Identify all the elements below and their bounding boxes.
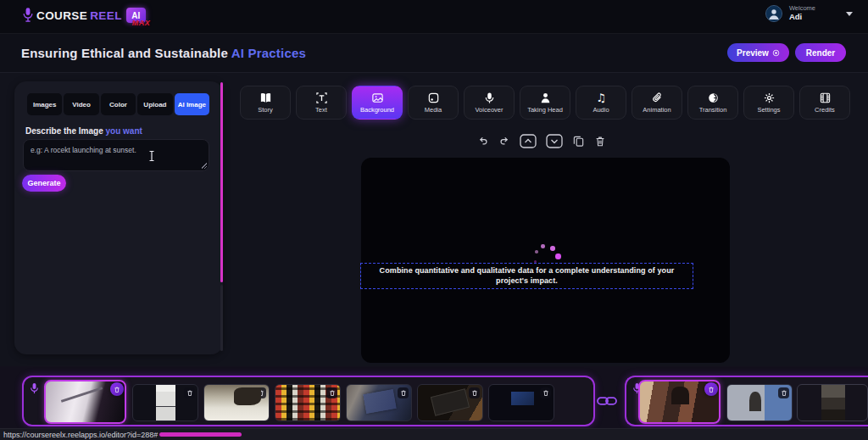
username-label: Adi	[789, 13, 815, 22]
timeline-group-1	[22, 376, 595, 426]
toolbar-audio-button[interactable]: ♫ Audio	[576, 86, 626, 120]
delete-icon[interactable]	[594, 135, 606, 148]
timeline-clip-7[interactable]	[488, 384, 554, 421]
timeline-clip-6[interactable]	[417, 384, 483, 421]
project-title-bar: Ensuring Ethical and Sustainable AI Prac…	[0, 34, 868, 73]
canvas-controls	[477, 132, 606, 149]
text-cursor-icon	[148, 150, 155, 162]
tab-upload[interactable]: Upload	[137, 93, 172, 115]
workspace: Images Video Color Upload AI Image Descr…	[0, 73, 868, 366]
toolbar-settings-button[interactable]: Settings	[743, 86, 794, 120]
delete-clip-icon[interactable]	[704, 382, 718, 396]
caption-text-element[interactable]: Combine quantitative and qualitative dat…	[360, 263, 693, 289]
person-icon	[539, 92, 552, 104]
toolbar-transition-button[interactable]: Transition	[687, 86, 738, 120]
toolbar-animation-button[interactable]: Animation	[632, 86, 682, 120]
music-notes-icon: ♫	[595, 92, 608, 104]
paperclip-icon	[651, 92, 664, 104]
render-button-label: Render	[806, 48, 835, 58]
text-icon	[315, 92, 328, 104]
delete-clip-icon[interactable]	[540, 387, 551, 398]
timeline-clip-2[interactable]	[132, 384, 198, 421]
timeline-clip-5[interactable]	[346, 384, 412, 421]
microphone-logo-icon	[22, 7, 34, 24]
toolbar-voiceover-button[interactable]: Voiceover	[464, 86, 515, 120]
timeline-clip-10[interactable]	[797, 384, 868, 421]
avatar	[765, 5, 782, 22]
app-logo[interactable]: COURSEREEL AI MAX	[22, 7, 146, 24]
transition-icon	[707, 92, 720, 104]
logo-text-reel: REEL	[90, 9, 122, 22]
move-down-icon[interactable]	[546, 134, 563, 148]
film-icon	[819, 92, 832, 104]
move-up-icon[interactable]	[520, 134, 537, 148]
duplicate-icon[interactable]	[572, 135, 585, 148]
book-icon	[259, 92, 272, 104]
status-url: https://coursereelx.reelapps.io/editor?i…	[3, 431, 158, 439]
preview-button-label: Preview	[737, 48, 769, 58]
toolbar-taking-head-button[interactable]: Taking Head	[520, 86, 570, 120]
delete-clip-icon[interactable]	[469, 387, 480, 398]
preview-button[interactable]: Preview	[727, 43, 789, 62]
delete-clip-icon[interactable]	[110, 382, 124, 396]
toolbar-story-button[interactable]: Story	[240, 86, 291, 120]
delete-clip-icon[interactable]	[255, 387, 266, 398]
editor-toolbar: Story Text Background Media	[240, 86, 850, 120]
account-menu[interactable]: Welcome Adi	[765, 5, 853, 22]
video-canvas[interactable]: Combine quantitative and qualitative dat…	[361, 158, 730, 363]
chevron-down-icon[interactable]	[846, 12, 853, 16]
media-icon	[427, 92, 440, 104]
generate-button[interactable]: Generate	[22, 175, 66, 192]
toolbar-media-button[interactable]: Media	[408, 86, 459, 120]
sidebar-scrollbar[interactable]	[220, 82, 223, 282]
undo-icon[interactable]	[477, 135, 489, 147]
caption-text: Combine quantitative and qualitative dat…	[371, 266, 682, 286]
voiceover-mic-icon[interactable]	[30, 382, 39, 395]
timeline-clip-4[interactable]	[275, 384, 341, 421]
sidebar-scrollbar-track	[220, 285, 223, 351]
ai-image-panel: Images Video Color Upload AI Image Descr…	[14, 81, 223, 354]
timeline-clip-1-selected[interactable]	[44, 380, 126, 424]
project-title-accent: AI Practices	[228, 46, 306, 60]
gear-icon	[763, 92, 776, 104]
project-title-main: Ensuring Ethical and Sustainable	[21, 46, 228, 60]
timeline-strip	[0, 366, 868, 428]
tab-color[interactable]: Color	[101, 93, 136, 115]
timeline-group-2	[625, 376, 868, 426]
project-title: Ensuring Ethical and Sustainable AI Prac…	[21, 46, 306, 60]
toolbar-background-button[interactable]: Background	[352, 86, 403, 120]
microphone-icon	[483, 92, 496, 104]
image-prompt-input[interactable]	[23, 139, 209, 171]
media-source-tabs: Images Video Color Upload AI Image	[27, 93, 209, 115]
toolbar-credits-button[interactable]: Credits	[799, 86, 850, 120]
tab-images[interactable]: Images	[27, 93, 62, 115]
redo-icon[interactable]	[498, 135, 510, 147]
describe-image-label: Describe the Image you want	[25, 126, 142, 136]
toolbar-text-button[interactable]: Text	[296, 86, 347, 120]
delete-clip-icon[interactable]	[184, 387, 195, 398]
timeline-clip-9[interactable]	[726, 384, 793, 421]
tab-ai-image[interactable]: AI Image	[175, 93, 209, 115]
delete-clip-icon[interactable]	[398, 387, 409, 398]
delete-clip-icon[interactable]	[778, 387, 789, 398]
status-bar: https://coursereelx.reelapps.io/editor?i…	[0, 428, 868, 440]
image-icon	[371, 92, 384, 104]
eye-icon	[772, 49, 780, 57]
link-clips-icon[interactable]	[597, 396, 617, 407]
top-bar: COURSEREEL AI MAX Welcome Adi	[0, 0, 868, 34]
tab-video[interactable]: Video	[64, 93, 98, 115]
textarea-resize-handle[interactable]	[201, 163, 207, 169]
timeline-clip-3[interactable]	[203, 384, 270, 421]
timeline-clip-8-selected[interactable]	[638, 380, 721, 424]
coursereel-editor-app: COURSEREEL AI MAX Welcome Adi Ensuring E…	[0, 0, 868, 440]
logo-max-label: MAX	[132, 19, 151, 27]
logo-text-course: COURSE	[36, 9, 87, 22]
delete-clip-icon[interactable]	[326, 387, 337, 398]
render-button[interactable]: Render	[795, 43, 846, 62]
timeline-scrollbar[interactable]	[159, 432, 242, 437]
